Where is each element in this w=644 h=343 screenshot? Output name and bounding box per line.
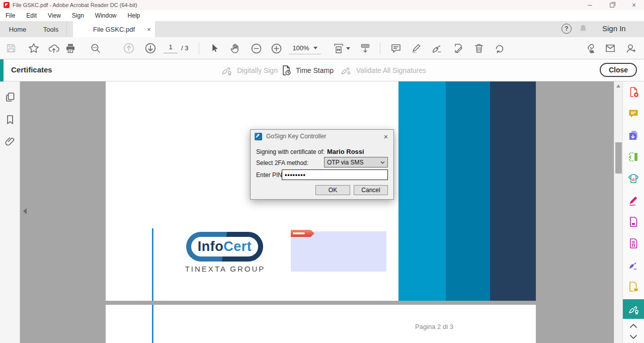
zoom-level-dropdown[interactable]: 100% (289, 42, 321, 54)
dialog-close-button[interactable]: × (378, 130, 393, 143)
comment-tool-button[interactable] (627, 108, 639, 120)
compress-pdf-button[interactable] (627, 173, 639, 185)
redact-button[interactable] (627, 237, 639, 249)
request-signatures-button[interactable] (627, 281, 639, 293)
close-tab-icon: × (147, 26, 151, 33)
restore-button[interactable] (603, 0, 620, 10)
menu-sign[interactable]: Sign (66, 10, 90, 21)
tab-tools[interactable]: Tools (35, 21, 67, 37)
next-page-button[interactable] (142, 40, 159, 57)
magenta-pen-icon (627, 194, 639, 206)
request-signatures-icon (627, 281, 639, 293)
export-pdf-button[interactable] (627, 129, 639, 141)
toolbar-separator (199, 42, 199, 54)
tab-home[interactable]: Home (0, 21, 35, 37)
gosign-app-icon (255, 133, 262, 140)
scrollbar-thumb[interactable] (615, 142, 622, 174)
pages-icon (4, 91, 16, 103)
vertical-scrollbar[interactable] (614, 81, 622, 343)
signer-name: Mario Rossi (327, 148, 364, 155)
zoom-out-button[interactable] (248, 40, 265, 57)
logo-info-text: Info (198, 239, 223, 254)
digitally-sign-icon (220, 64, 233, 76)
validate-all-signatures-button[interactable]: Validate All Signatures (340, 63, 426, 77)
zoom-in-button[interactable] (268, 40, 285, 57)
redact-icon (627, 237, 639, 249)
edit-pdf-icon (627, 216, 639, 228)
notifications-bell-icon[interactable] (578, 23, 589, 34)
edit-pdf-button[interactable] (627, 216, 639, 228)
close-window-button[interactable]: × (625, 0, 642, 10)
signature-field[interactable] (291, 231, 386, 272)
fill-sign-button[interactable] (449, 40, 466, 57)
find-button[interactable] (87, 40, 104, 57)
menu-window[interactable]: Window (90, 10, 122, 21)
certificates-tool-button[interactable] (623, 299, 644, 319)
scrolling-mode-button[interactable] (357, 40, 374, 57)
share-link-button[interactable] (581, 40, 598, 57)
scroll-up-arrow-icon[interactable] (616, 84, 620, 88)
highlight-button[interactable] (408, 40, 425, 57)
fit-width-dropdown[interactable] (330, 40, 352, 57)
highlight-tool-button[interactable] (627, 194, 639, 206)
fit-width-icon (333, 42, 345, 54)
page-number-input[interactable]: 1 (164, 42, 178, 53)
menu-edit[interactable]: Edit (21, 10, 42, 21)
decor-blue-line (152, 305, 153, 343)
sign-in-button[interactable]: Sign In (602, 24, 626, 33)
minimize-button[interactable] (581, 0, 598, 10)
digitally-sign-button[interactable]: Digitally Sign (220, 63, 278, 77)
comment-tool-icon (627, 108, 639, 120)
sign-here-tag (291, 230, 314, 237)
help-icon[interactable]: ? (561, 24, 572, 34)
sign-button[interactable] (428, 40, 445, 57)
pages-panel-button[interactable] (4, 91, 16, 103)
2fa-method-dropdown[interactable]: OTP via SMS (324, 157, 388, 167)
save-button[interactable] (3, 40, 20, 57)
panel-scroll-down-button[interactable] (627, 333, 639, 341)
decor-blue-line (152, 228, 153, 301)
collapse-panel-handle[interactable] (23, 208, 27, 214)
cancel-button[interactable]: Cancel (354, 185, 388, 195)
previous-page-button[interactable] (120, 40, 137, 57)
dialog-title-bar[interactable]: GoSign Key Controller (251, 130, 393, 143)
menu-view[interactable]: View (42, 10, 66, 21)
close-certificates-button[interactable]: Close (600, 63, 637, 77)
chevron-down-icon (313, 47, 317, 49)
time-stamp-button[interactable]: Time Stamp (280, 63, 334, 77)
document-workspace: InfoCert TINEXTA GROUP Pagina 2 di 3 (0, 81, 644, 343)
digitally-sign-label: Digitally Sign (237, 66, 278, 74)
delete-button[interactable] (470, 40, 488, 57)
arrow-up-circle-icon (122, 42, 135, 55)
select-tool-button[interactable] (206, 40, 223, 57)
envelope-icon (604, 42, 616, 54)
ok-button[interactable]: OK (315, 185, 350, 195)
print-button[interactable] (62, 40, 79, 57)
attachments-panel-button[interactable] (4, 135, 16, 147)
menu-help[interactable]: Help (122, 10, 146, 21)
menu-file[interactable]: File (0, 10, 21, 21)
dialog-title: GoSign Key Controller (266, 133, 326, 140)
validate-signatures-icon (340, 64, 353, 76)
tab-close-button[interactable]: × (143, 21, 155, 37)
add-account-button[interactable] (622, 40, 639, 57)
comment-icon (390, 42, 402, 54)
favorite-button[interactable] (25, 40, 42, 57)
rotate-button[interactable] (491, 40, 508, 57)
panel-scroll-up-button[interactable] (627, 322, 639, 330)
hand-tool-button[interactable] (226, 40, 244, 57)
create-pdf-button[interactable] (627, 86, 639, 98)
email-button[interactable] (602, 40, 619, 57)
right-tools-panel (622, 81, 644, 343)
time-stamp-icon (280, 64, 292, 76)
fill-sign-tool-button[interactable] (627, 259, 639, 271)
share-button[interactable] (45, 40, 62, 57)
bookmarks-panel-button[interactable] (4, 114, 16, 126)
comment-button[interactable] (387, 40, 405, 57)
chevron-down-icon (346, 47, 350, 50)
organize-pages-button[interactable] (627, 151, 639, 163)
pin-input[interactable] (282, 169, 388, 180)
certificates-toolbar: Certificates Digitally Sign Time Stamp V… (0, 59, 644, 81)
accent-stripe (0, 59, 4, 81)
main-toolbar: 1 / 3 100% (0, 37, 644, 59)
